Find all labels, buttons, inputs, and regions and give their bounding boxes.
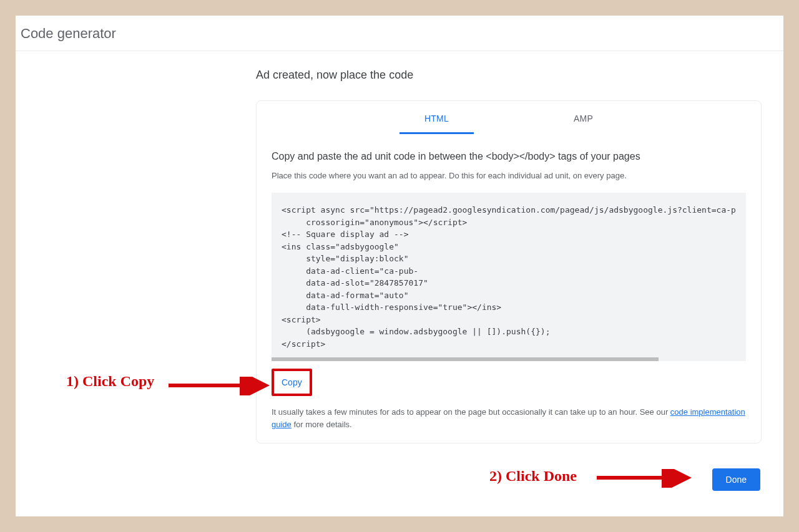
note-text: It usually takes a few minutes for ads t… — [272, 406, 746, 430]
tab-html[interactable]: HTML — [400, 114, 474, 134]
copy-button[interactable]: Copy — [275, 372, 308, 392]
copy-row: Copy — [272, 369, 746, 396]
content-area: Ad created, now place the code HTML AMP … — [16, 51, 783, 491]
page-title: Code generator — [16, 16, 783, 51]
tabs: HTML AMP — [257, 101, 761, 135]
note-pre: It usually takes a few minutes for ads t… — [272, 407, 670, 417]
instruction-sub: Place this code where you want an ad to … — [272, 171, 746, 180]
tab-amp[interactable]: AMP — [549, 114, 618, 134]
done-row: Done — [256, 468, 762, 491]
card-body: Copy and paste the ad unit code in betwe… — [257, 135, 761, 430]
section-heading: Ad created, now place the code — [256, 69, 762, 82]
annotation-copy-highlight: Copy — [272, 369, 312, 396]
code-card: HTML AMP Copy and paste the ad unit code… — [256, 100, 762, 443]
code-snippet[interactable]: <script async src="https://pagead2.googl… — [272, 193, 746, 361]
done-button[interactable]: Done — [712, 468, 760, 491]
note-post: for more details. — [292, 420, 352, 429]
app-window: Code generator Ad created, now place the… — [16, 16, 783, 516]
instruction-heading: Copy and paste the ad unit code in betwe… — [272, 150, 746, 163]
